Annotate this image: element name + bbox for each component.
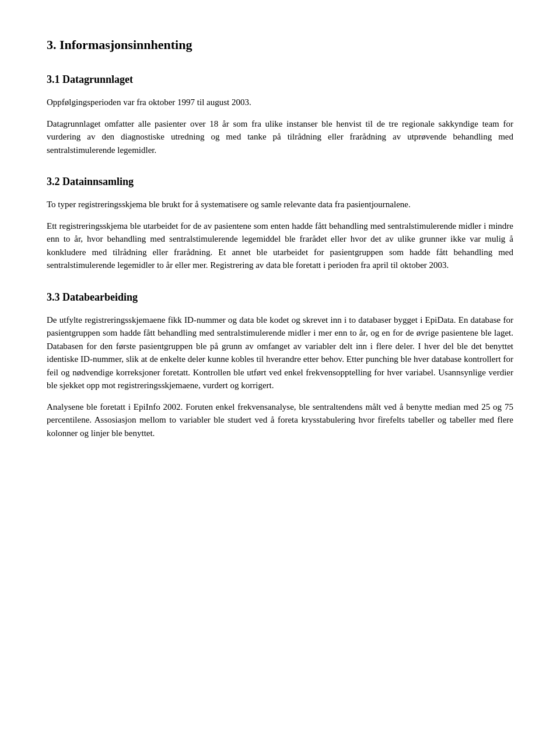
para-4: De utfylte registreringsskjemaene fikk I… xyxy=(47,313,513,392)
section-3-3: 3.3 Databearbeiding De utfylte registrer… xyxy=(47,290,513,440)
section-3-1: 3.1 Datagrunnlaget Oppfølgingsperioden v… xyxy=(47,72,513,156)
section-3-2-heading: 3.2 Datainnsamling xyxy=(47,174,513,190)
para-2: To typer registreringsskjema ble brukt f… xyxy=(47,198,513,211)
section-3-1-heading: 3.1 Datagrunnlaget xyxy=(47,72,513,88)
page-content: 3. Informasjonsinnhenting 3.1 Datagrunnl… xyxy=(47,35,513,440)
section-3-heading: 3. Informasjonsinnhenting xyxy=(47,35,513,54)
para-5: Analysene ble foretatt i EpiInfo 2002. F… xyxy=(47,400,513,440)
intro-paragraph: Oppfølgingsperioden var fra oktober 1997… xyxy=(47,96,513,109)
section-3-3-heading: 3.3 Databearbeiding xyxy=(47,290,513,305)
section-3: 3. Informasjonsinnhenting 3.1 Datagrunnl… xyxy=(47,35,513,440)
para-1: Datagrunnlaget omfatter alle pasienter o… xyxy=(47,117,513,157)
para-3: Ett registreringsskjema ble utarbeidet f… xyxy=(47,219,513,272)
section-3-2: 3.2 Datainnsamling To typer registrering… xyxy=(47,174,513,272)
